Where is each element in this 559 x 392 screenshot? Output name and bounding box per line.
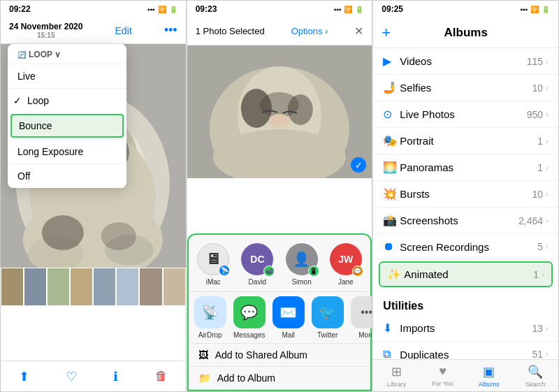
animated-count: 1 xyxy=(533,269,539,280)
album-live-photos[interactable]: ⊙ Live Photos 950 › xyxy=(373,101,558,128)
tab-library[interactable]: ⊞ Library xyxy=(373,360,419,391)
nav-center-1: 24 November 2020 15:15 xyxy=(9,22,82,39)
shared-album-label: Add to Shared Album xyxy=(215,349,307,361)
jane-badge: 💬 xyxy=(352,266,363,277)
duplicates-name: Duplicates xyxy=(400,349,532,361)
dropdown-live[interactable]: Live xyxy=(8,64,126,88)
more-label: More xyxy=(358,331,372,339)
twitter-label: Twitter xyxy=(317,331,337,339)
imac-icon: 🖥 xyxy=(205,250,221,268)
share-top-bar: 1 Photo Selected Options › ✕ xyxy=(187,17,372,45)
wifi-icon: 🛜 xyxy=(158,6,166,13)
portrait-name: Portrait xyxy=(400,135,537,147)
app-messages[interactable]: 💬 Messages xyxy=(233,296,266,339)
add-album-button[interactable]: + xyxy=(382,24,391,42)
album-portrait[interactable]: 🎭 Portrait 1 › xyxy=(373,128,558,154)
library-tab-icon: ⊞ xyxy=(391,364,402,379)
panel-share-sheet: 09:23 ▪▪▪ 🛜 🔋 1 Photo Selected Options ›… xyxy=(187,0,373,392)
contact-simon[interactable]: 👤 📱 Simon xyxy=(286,243,318,286)
thumb-3[interactable] xyxy=(47,268,70,306)
bursts-count: 10 xyxy=(532,189,543,200)
david-avatar: DC 📹 xyxy=(241,243,273,275)
thumb-5[interactable] xyxy=(93,268,116,306)
imac-badge: 📡 xyxy=(219,265,230,276)
thumb-7[interactable] xyxy=(139,268,162,306)
thumb-1[interactable] xyxy=(1,268,24,306)
imports-icon: ⬇ xyxy=(383,321,400,335)
add-shared-album-action[interactable]: 🖼 Add to Shared Album xyxy=(189,343,371,366)
imports-count: 13 xyxy=(532,323,543,334)
album-imports[interactable]: ⬇ Imports 13 › xyxy=(373,315,558,342)
videos-name: Videos xyxy=(400,55,526,67)
thumb-2[interactable] xyxy=(24,268,47,306)
share-apps-row: 📡 AirDrop 💬 Messages ✉️ Mail 🐦 Twitter •… xyxy=(189,291,371,343)
thumb-4[interactable] xyxy=(70,268,93,306)
dropdown-long-exposure[interactable]: Long Exposure xyxy=(8,139,126,164)
app-mail[interactable]: ✉️ Mail xyxy=(273,296,305,339)
signal-icon-3: ▪▪▪ xyxy=(520,6,528,13)
close-button[interactable]: ✕ xyxy=(354,24,363,38)
screenshots-chevron: › xyxy=(546,216,549,226)
options-button[interactable]: Options › xyxy=(291,26,328,36)
tab-search[interactable]: 🔍 Search xyxy=(512,360,558,391)
time-3: 09:25 xyxy=(382,4,403,14)
jane-avatar: JW 💬 xyxy=(330,243,362,275)
more-button[interactable]: ••• xyxy=(164,23,177,38)
animated-chevron: › xyxy=(542,270,544,280)
battery-icon-3: 🔋 xyxy=(542,6,550,13)
app-airdrop[interactable]: 📡 AirDrop xyxy=(194,296,226,339)
nav-bar-3: + Albums xyxy=(373,17,558,48)
for-you-tab-label: For You xyxy=(432,380,453,387)
contact-jane[interactable]: JW 💬 Jane xyxy=(330,243,362,286)
album-screenshots[interactable]: 📸 Screenshots 2,464 › xyxy=(373,208,558,234)
app-more[interactable]: ••• More xyxy=(351,296,373,339)
panel-albums: 09:25 ▪▪▪ 🛜 🔋 + Albums ▶ Videos 115 › 🤳 … xyxy=(372,0,559,392)
selfies-name: Selfies xyxy=(400,82,532,94)
messages-icon: 💬 xyxy=(233,296,266,328)
share-icon[interactable]: ⬆ xyxy=(19,369,29,384)
album-animated[interactable]: ✨ Animated 1 › xyxy=(379,261,553,287)
airdrop-icon: 📡 xyxy=(194,296,226,328)
album-panoramas[interactable]: 🌅 Panoramas 1 › xyxy=(373,154,558,181)
album-duplicates[interactable]: ⧉ Duplicates 51 › xyxy=(373,342,558,361)
dropdown-bounce[interactable]: Bounce xyxy=(10,114,124,138)
thumb-6[interactable] xyxy=(116,268,139,306)
album-selfies[interactable]: 🤳 Selfies 10 › xyxy=(373,75,558,101)
album-videos[interactable]: ▶ Videos 115 › xyxy=(373,48,558,75)
videos-count: 115 xyxy=(527,56,543,67)
album-screen-recordings[interactable]: ⏺ Screen Recordings 5 › xyxy=(373,234,558,260)
edit-button[interactable]: Edit xyxy=(115,25,132,36)
time-1: 09:22 xyxy=(9,4,31,14)
imports-chevron: › xyxy=(546,324,549,333)
add-album-action[interactable]: 📁 Add to Album xyxy=(189,366,371,390)
contact-david[interactable]: DC 📹 David xyxy=(241,243,273,286)
tab-for-you[interactable]: ♥ For You xyxy=(420,360,466,391)
panel-live-photos: 09:22 ▪▪▪ 🛜 🔋 24 November 2020 15:15 Edi… xyxy=(0,0,187,392)
imac-avatar: 🖥 📡 xyxy=(197,243,229,275)
status-bar-3: 09:25 ▪▪▪ 🛜 🔋 xyxy=(373,1,558,17)
app-twitter[interactable]: 🐦 Twitter xyxy=(312,296,344,339)
screen-recordings-name: Screen Recordings xyxy=(400,241,537,253)
dropdown-loop[interactable]: Loop xyxy=(8,88,126,112)
david-label: David xyxy=(249,278,267,286)
wifi-icon-3: 🛜 xyxy=(530,6,539,13)
albums-tab-label: Albums xyxy=(479,381,500,388)
status-icons-2: ▪▪▪ 🛜 🔋 xyxy=(334,6,364,13)
heart-icon[interactable]: ♡ xyxy=(66,369,77,384)
dropdown-off[interactable]: Off xyxy=(8,164,126,188)
jane-label: Jane xyxy=(338,278,354,286)
screen-recordings-chevron: › xyxy=(546,242,549,252)
more-icon: ••• xyxy=(351,296,373,328)
bursts-name: Bursts xyxy=(400,188,532,200)
contact-imac[interactable]: 🖥 📡 iMac xyxy=(197,243,229,286)
svg-point-13 xyxy=(42,215,84,250)
simon-avatar: 👤 📱 xyxy=(286,243,318,275)
trash-icon[interactable]: 🗑 xyxy=(155,369,168,384)
album-bursts[interactable]: 💥 Bursts 10 › xyxy=(373,181,558,208)
page-title: Albums xyxy=(444,26,488,40)
bottom-toolbar-1: ⬆ ♡ ℹ 🗑 xyxy=(1,361,186,391)
tab-albums[interactable]: ▣ Albums xyxy=(466,360,512,391)
thumb-8[interactable] xyxy=(163,268,186,306)
screen-recordings-count: 5 xyxy=(537,241,543,252)
info-icon[interactable]: ℹ xyxy=(113,369,118,384)
